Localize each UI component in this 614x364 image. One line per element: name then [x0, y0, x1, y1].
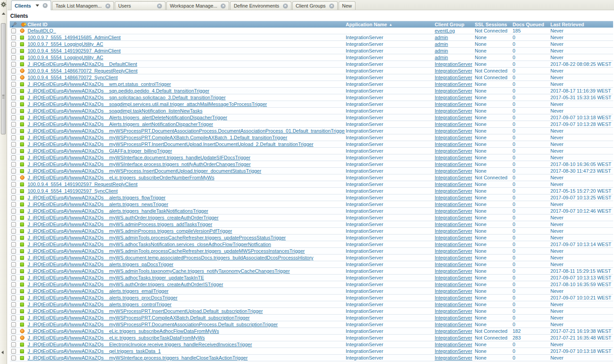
client-id-link[interactable]: J_jRQtEolDEurqAVIwwwADXaZQs__eLic.trigge… [28, 335, 205, 340]
row-checkbox[interactable] [11, 102, 16, 107]
client-group-link[interactable]: IntegrationServer [435, 288, 472, 294]
tab-workspace-manage[interactable]: Workspace Manage...× [166, 1, 230, 10]
client-group-link[interactable]: IntegrationServer [435, 188, 472, 194]
row-checkbox[interactable] [11, 149, 16, 154]
client-group-link[interactable]: admin [435, 48, 448, 53]
panel-collapse-arrow[interactable] [1, 351, 4, 354]
client-group-link[interactable]: IntegrationServer [435, 68, 472, 73]
client-group-link[interactable]: IntegrationServer [435, 168, 472, 174]
client-id-link[interactable]: 100.0.9.7_5555_1499415685_AdminClient [28, 35, 121, 40]
row-checkbox[interactable] [11, 255, 16, 260]
client-id-link[interactable]: J_jRQtEolDEurqAVIwwwADXaZQs__eLic.trigge… [28, 175, 214, 180]
row-checkbox[interactable] [11, 89, 16, 93]
row-checkbox[interactable] [11, 175, 16, 180]
row-checkbox[interactable] [11, 222, 16, 227]
row-checkbox[interactable] [11, 69, 16, 73]
client-id-link[interactable]: J_jRQtEolDEurqAVIwwwADXaZQs__myWSInterfa… [28, 162, 250, 167]
tab-menu-caret-icon[interactable] [36, 4, 39, 7]
row-checkbox[interactable] [11, 115, 16, 120]
client-group-link[interactable]: eventLog [435, 28, 455, 33]
client-id-link[interactable]: J_jRQtEolDEurqAVIwwwADXaZQs__DefaultClie… [28, 61, 137, 67]
row-checkbox[interactable] [11, 349, 16, 354]
client-group-link[interactable]: IntegrationServer [435, 235, 472, 240]
client-id-link[interactable]: J_jRQtEolDEurqAVIwwwADXaZQs__myWS.adminT… [28, 248, 305, 254]
client-group-link[interactable]: IntegrationServer [435, 322, 472, 327]
client-id-link[interactable]: J_jRQtEolDEurqAVIwwwADXaZQs__qel.trigger… [28, 348, 161, 354]
client-id-link[interactable]: J_jRQtEolDEurqAVIwwwADXaZQs__myWSInterfa… [28, 355, 248, 360]
tab-close-icon[interactable]: × [329, 4, 334, 8]
client-id-link[interactable]: DefaultDLQ_ [28, 28, 56, 33]
client-group-link[interactable]: IntegrationServer [435, 295, 472, 300]
tab-new[interactable]: New [339, 1, 355, 10]
header-status-cell[interactable] [20, 21, 27, 28]
row-checkbox[interactable] [11, 315, 16, 320]
client-id-link[interactable]: J_jRQtEolDEurqAVIwwwADXaZQs__Alerts.trig… [28, 115, 227, 120]
client-group-link[interactable]: IntegrationServer [435, 262, 472, 267]
client-group-link[interactable]: IntegrationServer [435, 61, 472, 67]
client-group-link[interactable]: IntegrationServer [435, 81, 472, 87]
client-id-link[interactable]: 100.0.9.4_5554_1486670072_RequestReplyCl… [28, 68, 137, 73]
client-group-link[interactable]: IntegrationServer [435, 115, 472, 120]
client-group-link[interactable]: IntegrationServer [435, 195, 472, 200]
column-header-application-name[interactable]: Application Name▲ [345, 21, 434, 28]
row-checkbox[interactable] [11, 195, 16, 200]
row-checkbox[interactable] [11, 322, 16, 327]
row-checkbox[interactable] [11, 95, 16, 100]
row-checkbox[interactable] [11, 209, 16, 214]
client-id-link[interactable]: J_jRQtEolDEurqAVIwwwADXaZQs__ElectronicI… [28, 342, 252, 347]
client-group-link[interactable]: IntegrationServer [435, 148, 472, 154]
row-checkbox[interactable] [11, 282, 16, 287]
row-checkbox[interactable] [11, 235, 16, 240]
client-group-link[interactable]: IntegrationServer [435, 208, 472, 214]
client-group-link[interactable]: IntegrationServer [435, 202, 472, 207]
client-id-link[interactable]: J_jRQtEolDEurqAVIwwwADXaZQs__wm.prt.stat… [28, 81, 171, 87]
row-checkbox[interactable] [11, 342, 16, 347]
client-id-link[interactable]: J_jRQtEolDEurqAVIwwwADXaZQs__myWSProcess… [28, 315, 250, 320]
tab-close-icon[interactable]: × [157, 4, 162, 8]
client-id-link[interactable]: J_jRQtEolDEurqAVIwwwADXaZQs__Alerts.trig… [28, 121, 213, 127]
client-group-link[interactable]: IntegrationServer [435, 142, 472, 147]
row-checkbox[interactable] [11, 82, 16, 87]
column-header-docs-queued[interactable]: Docs Queued [512, 21, 549, 28]
row-checkbox[interactable] [11, 336, 16, 340]
row-checkbox[interactable] [11, 55, 16, 60]
client-group-link[interactable]: IntegrationServer [435, 275, 472, 280]
header-tools-cell[interactable] [10, 21, 20, 28]
client-id-link[interactable]: J_jRQtEolDEurqAVIwwwADXaZQs__myWSProcess… [28, 128, 345, 133]
column-header-last-retrieved[interactable]: Last Retrieved [549, 21, 613, 28]
tab-client-groups[interactable]: Client Groups× [292, 1, 338, 10]
row-checkbox[interactable] [11, 135, 16, 140]
client-id-link[interactable]: 100.0.9.4_5554_LoggingUtility_AC [28, 55, 103, 60]
client-id-link[interactable]: 100.0.9.4_5554_1491902597_SyncClient [28, 188, 117, 194]
tab-close-icon[interactable]: × [221, 4, 226, 8]
row-checkbox[interactable] [11, 356, 16, 360]
client-id-link[interactable]: J_jRQtEolDEurqAVIwwwADXaZQs__myWS.adhocT… [28, 242, 271, 247]
client-id-link[interactable]: J_jRQtEolDEurqAVIwwwADXaZQs__alerts.trig… [28, 262, 174, 267]
row-checkbox[interactable] [11, 289, 16, 294]
client-id-link[interactable]: J_jRQtEolDEurqAVIwwwADXaZQs__myWS.adminT… [28, 235, 286, 240]
client-id-link[interactable]: J_jRQtEolDEurqAVIwwwADXaZQs__myWS.docume… [28, 255, 313, 260]
client-id-link[interactable]: J_jRQtEolDEurqAVIwwwADXaZQs__soagdimpl.s… [28, 101, 267, 107]
scrollbar-thumb[interactable] [1, 23, 6, 134]
row-checkbox[interactable] [11, 142, 16, 147]
client-group-link[interactable]: IntegrationServer [435, 128, 472, 133]
row-checkbox[interactable] [11, 49, 16, 53]
client-group-link[interactable]: IntegrationServer [435, 182, 472, 187]
client-group-link[interactable]: IntegrationServer [435, 255, 472, 260]
tab-task-list-managem[interactable]: Task List Managem...× [52, 1, 114, 10]
client-id-link[interactable]: J_jRQtEolDEurqAVIwwwADXaZQs__myWSProcess… [28, 168, 261, 174]
client-group-link[interactable]: IntegrationServer [435, 108, 472, 113]
client-group-link[interactable]: IntegrationServer [435, 248, 472, 254]
client-group-link[interactable]: IntegrationServer [435, 155, 472, 160]
row-checkbox[interactable] [11, 122, 16, 127]
row-checkbox[interactable] [11, 169, 16, 174]
client-group-link[interactable]: IntegrationServer [435, 348, 472, 354]
client-id-link[interactable]: J_jRQtEolDEurqAVIwwwADXaZQs__alerts.trig… [28, 202, 168, 207]
row-checkbox[interactable] [11, 28, 16, 33]
client-group-link[interactable]: IntegrationServer [435, 135, 472, 140]
client-group-link[interactable]: IntegrationServer [435, 175, 472, 180]
client-id-link[interactable]: J_jRQtEolDEurqAVIwwwADXaZQs__myWS.authOr… [28, 282, 223, 287]
client-group-link[interactable]: IntegrationServer [435, 328, 472, 334]
row-checkbox[interactable] [11, 242, 16, 247]
client-group-link[interactable]: IntegrationServer [435, 121, 472, 127]
